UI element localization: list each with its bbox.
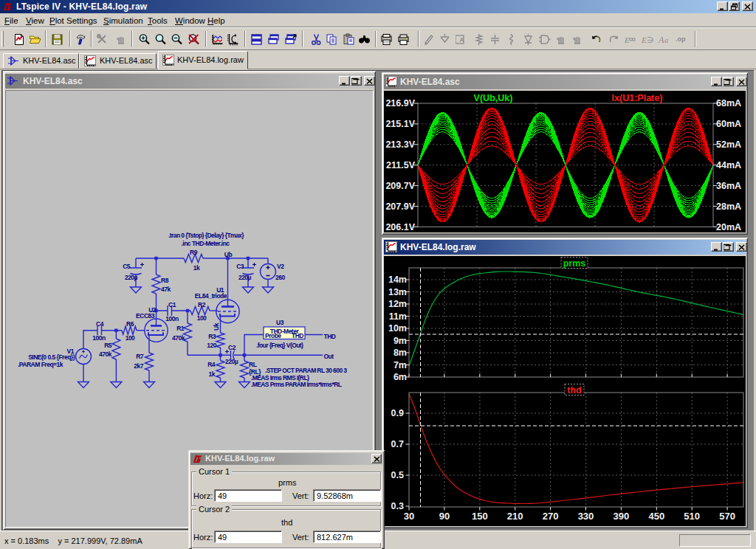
- svg-text:.tran 0 {Tstop} {Delay} {Tmax}: .tran 0 {Tstop} {Delay} {Tmax}: [168, 232, 244, 239]
- svg-text:U3: U3: [276, 319, 284, 326]
- svg-text:13m: 13m: [388, 287, 407, 297]
- svg-text:.four {Freq} V(Out): .four {Freq} V(Out): [256, 342, 303, 349]
- svg-text:C2: C2: [228, 344, 236, 351]
- svg-text:thd: thd: [567, 385, 581, 396]
- svg-text:ECC83: ECC83: [136, 312, 155, 320]
- svg-text:20mA: 20mA: [716, 222, 741, 232]
- svg-text:THD: THD: [324, 333, 336, 340]
- svg-text:C4: C4: [96, 320, 104, 328]
- svg-text:28mA: 28mA: [716, 201, 741, 212]
- svg-text:A: A: [459, 36, 464, 44]
- svg-text:.MEAS Prms PARAM Irms*Irms*RL: .MEAS Prms PARAM Irms*Irms*RL: [251, 381, 342, 388]
- svg-text:.STEP OCT PARAM RL 30 600 3: .STEP OCT PARAM RL 30 600 3: [265, 367, 347, 374]
- svg-text:90: 90: [439, 511, 450, 522]
- svg-text:211.5V: 211.5V: [386, 160, 416, 170]
- svg-text:a: a: [664, 36, 668, 44]
- svg-text:R8: R8: [161, 277, 169, 284]
- svg-text:470k: 470k: [99, 351, 112, 358]
- svg-text:R3: R3: [208, 333, 216, 340]
- svg-text:.inc THD-Meter.inc: .inc THD-Meter.inc: [181, 240, 230, 247]
- svg-text:Out: Out: [324, 353, 334, 360]
- svg-text:44mA: 44mA: [716, 160, 741, 170]
- svg-text:100: 100: [126, 334, 135, 342]
- svg-text:10m: 10m: [388, 323, 407, 334]
- svg-text:0.9: 0.9: [391, 408, 404, 418]
- svg-text:RL: RL: [249, 361, 257, 368]
- svg-text:.PARAM Freq=1k: .PARAM Freq=1k: [18, 361, 63, 368]
- svg-text:100: 100: [197, 314, 207, 322]
- svg-text:60mA: 60mA: [716, 119, 741, 129]
- svg-text:prms: prms: [563, 258, 586, 269]
- svg-text:E: E: [624, 35, 630, 44]
- svg-text:450: 450: [648, 511, 664, 522]
- svg-text:V2: V2: [277, 263, 284, 270]
- svg-text:206.1V: 206.1V: [385, 222, 415, 232]
- svg-text:260: 260: [275, 274, 285, 281]
- svg-text:209.7V: 209.7V: [385, 181, 415, 191]
- svg-text:14m: 14m: [388, 274, 407, 285]
- svg-text:47k: 47k: [161, 286, 171, 293]
- svg-text:213.3V: 213.3V: [385, 139, 415, 150]
- svg-text:150: 150: [472, 511, 488, 522]
- svg-text:1k: 1k: [193, 264, 200, 272]
- svg-text:Ix(U1:Plate): Ix(U1:Plate): [612, 93, 663, 103]
- svg-text:30: 30: [404, 511, 414, 522]
- svg-text:6m: 6m: [394, 372, 407, 382]
- svg-text:0.5: 0.5: [391, 470, 404, 480]
- svg-text:R6: R6: [126, 320, 134, 328]
- svg-text:1k: 1k: [209, 370, 216, 378]
- svg-text:220µ: 220µ: [238, 274, 252, 281]
- svg-text:∋: ∋: [647, 35, 653, 44]
- svg-text:THD: THD: [292, 332, 303, 339]
- svg-text:V(Ub,Uk): V(Ub,Uk): [474, 93, 513, 103]
- svg-text:100n: 100n: [92, 334, 106, 342]
- svg-text:100n: 100n: [165, 315, 179, 322]
- svg-text:0.3: 0.3: [391, 501, 404, 511]
- svg-text:Ub: Ub: [224, 251, 233, 258]
- svg-text:510: 510: [684, 511, 700, 522]
- svg-text:EL84_triode: EL84_triode: [195, 292, 227, 300]
- svg-text:220µ: 220µ: [125, 274, 138, 281]
- svg-text:11m: 11m: [389, 311, 407, 322]
- svg-text:R7: R7: [136, 353, 144, 360]
- svg-text:0.7: 0.7: [391, 439, 404, 449]
- svg-text:R5: R5: [104, 342, 112, 349]
- svg-text:9m: 9m: [394, 336, 407, 346]
- svg-text:52mA: 52mA: [716, 139, 741, 150]
- svg-text:12m: 12m: [388, 299, 407, 309]
- svg-text:R1: R1: [176, 325, 185, 332]
- svg-text:SINE(0 0.5 {Freq}): SINE(0 0.5 {Freq}): [28, 353, 75, 361]
- svg-text:C5: C5: [123, 263, 131, 270]
- svg-text:.op: .op: [676, 35, 686, 43]
- svg-text:2k7: 2k7: [134, 362, 143, 370]
- svg-text:270: 270: [543, 511, 559, 522]
- svg-text:Uk: Uk: [213, 322, 220, 331]
- svg-text:215.1V: 215.1V: [385, 119, 415, 129]
- svg-text:R9: R9: [190, 249, 198, 256]
- svg-text:470k: 470k: [172, 334, 185, 342]
- svg-text:210: 210: [507, 511, 523, 522]
- svg-text:R4: R4: [207, 361, 216, 368]
- svg-text:Probe: Probe: [265, 332, 281, 339]
- svg-text:7m: 7m: [394, 360, 407, 370]
- svg-text:C1: C1: [168, 301, 176, 308]
- svg-text:207.9V: 207.9V: [385, 201, 415, 212]
- svg-text:68mA: 68mA: [716, 98, 741, 108]
- svg-text:220µ: 220µ: [225, 358, 238, 365]
- svg-text:36mA: 36mA: [716, 181, 741, 191]
- svg-text:120: 120: [207, 342, 216, 349]
- svg-text:C3: C3: [236, 263, 244, 270]
- svg-text:R2: R2: [198, 301, 206, 308]
- svg-text:A: A: [658, 35, 664, 45]
- svg-text:390: 390: [614, 511, 630, 522]
- svg-text:8m: 8m: [394, 348, 407, 358]
- svg-text:E: E: [641, 35, 647, 44]
- svg-text:570: 570: [719, 511, 735, 522]
- svg-text:216.9V: 216.9V: [385, 98, 415, 108]
- svg-text:330: 330: [578, 511, 594, 522]
